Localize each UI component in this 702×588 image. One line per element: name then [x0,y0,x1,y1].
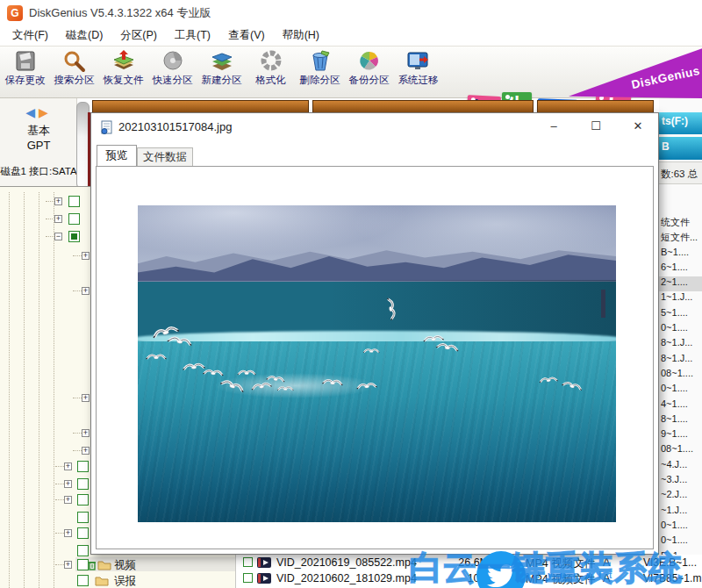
file-row[interactable]: VID_20210619_085522.mp4 26.6M MP4 视频文件 A… [236,556,702,570]
tree-expand-icon[interactable]: + [64,480,72,488]
tree-guide-line [9,192,10,588]
short-name-cell[interactable]: 0~1.... [659,520,702,534]
short-name-cell[interactable]: 短文件... [659,231,702,246]
short-name-cell[interactable]: ~4.J... [659,459,702,474]
file-type: MP4 视频文件 [526,572,595,587]
menu-item-0[interactable]: 文件(F) [7,26,54,45]
tree-checkbox[interactable] [77,545,89,556]
short-name-cell[interactable]: ~3.J... [659,474,702,489]
file-row[interactable]: VID_20210602_181029.mp4 103. MP4 视频文件 A … [236,571,702,586]
tree-checkbox[interactable] [68,196,80,207]
short-name-cell[interactable]: 5~1.... [659,307,702,322]
tree-expand-icon[interactable]: + [82,429,90,437]
short-name-cell[interactable]: 9~1.... [659,428,702,443]
menu-item-5[interactable]: 帮助(H) [277,26,325,45]
recover-file-icon [111,50,136,73]
disk-mode-line1: 基本 [0,123,77,139]
format-icon [259,50,283,73]
titlebar: G DiskGenius V5.4.3.1322 x64 专业版 [0,0,702,26]
folder-icon [97,559,111,570]
chevron-left-icon[interactable]: ◀ [25,105,39,119]
tree-connector [73,290,82,291]
tree-checkbox[interactable] [77,575,89,586]
quick-partition-button[interactable]: 快速分区 [148,48,197,97]
menu-item-3[interactable]: 工具(T) [169,26,216,45]
minimize-button[interactable]: – [539,113,569,140]
tree-checkbox[interactable] [68,213,80,225]
tree-expand-icon[interactable]: + [64,561,72,569]
short-name-cell[interactable]: 1~1.J... [659,291,702,306]
short-name-cell[interactable]: 0~1.... [659,322,702,337]
save-changes-button[interactable]: 保存更改 [1,48,49,97]
tree-item-label[interactable]: 视频 [114,558,136,573]
tree-checkbox[interactable] [77,478,89,490]
tree-connector [73,255,82,256]
tree-expand-icon[interactable]: + [54,215,62,223]
menu-item-2[interactable]: 分区(P) [115,26,162,45]
tree-expand-icon[interactable]: + [64,463,72,470]
maximize-button[interactable]: ☐ [581,113,611,140]
tree-connector [55,466,64,467]
short-name-cell[interactable]: 6~1.... [659,262,702,276]
photo-seagulls-sea [138,205,616,522]
short-name-cell[interactable]: 08~1.... [659,443,702,458]
delete-partition-button[interactable]: 删除分区 [296,48,344,97]
short-name-cell[interactable]: ~2.J... [659,489,702,504]
partition-box-size-fragment: B [659,137,702,160]
file-name: VID_20210619_085522.mp4 [276,556,417,569]
short-name-cell[interactable]: ~1.J... [659,505,702,520]
new-partition-button[interactable]: 新建分区 [197,48,246,97]
file-preview-icon [100,120,114,134]
file-checkbox[interactable] [243,573,253,583]
tab-file-data[interactable]: 文件数据 [137,147,193,166]
dialog-tabstrip: 预览 文件数据 文件头数据与类型相符。 [91,141,658,166]
file-checkbox[interactable] [243,557,253,567]
tree-checkbox[interactable] [77,512,89,523]
short-name-cell[interactable]: 8~1.J... [659,337,702,352]
tree-expand-icon[interactable]: + [82,394,90,402]
tab-preview[interactable]: 预览 [97,145,137,166]
format-button[interactable]: 格式化 [247,48,295,97]
tree-checkbox[interactable] [77,494,89,506]
menu-item-4[interactable]: 查看(V) [223,26,270,45]
recycle-trash-icon [88,560,97,570]
tree-expand-icon[interactable]: + [82,447,90,455]
tree-checkbox[interactable] [68,231,80,242]
file-short-name: VI3E.B~1... [643,556,697,569]
recover-file-button[interactable]: 恢复文件 [99,48,147,97]
close-button[interactable]: ✕ [623,113,653,140]
save-icon [13,50,38,73]
short-name-cell[interactable]: 4~1.... [659,398,702,413]
chevron-right-icon[interactable]: ▶ [39,105,52,119]
tree-guide-line [24,192,25,588]
tree-checkbox[interactable] [77,527,89,539]
tree-expand-icon[interactable]: + [64,529,72,537]
tree-item-label[interactable]: 误报 [114,574,136,588]
short-name-cell[interactable]: 统文件 [659,216,702,231]
short-name-cell[interactable]: 8~1.J... [659,353,702,368]
file-panel-right-sliver: ts(F:) B 数:63 总 统文件短文件...B~1....6~1....2… [659,98,702,588]
tree-expand-icon[interactable]: + [82,252,90,260]
short-name-column: 统文件短文件...B~1....6~1....2~1....1~1.J...5~… [659,216,702,565]
short-name-cell[interactable]: B~1.... [659,247,702,262]
migrate-system-button[interactable]: 系统迁移 [394,48,442,97]
menu-item-1[interactable]: 磁盘(D) [61,26,108,45]
tree-checkbox[interactable] [77,461,89,472]
tree-expand-icon[interactable]: + [54,197,62,205]
tree-expand-icon[interactable]: + [82,287,90,295]
short-name-cell[interactable]: 0~1.... [659,534,702,549]
tree-expand-icon[interactable]: + [64,496,72,504]
disk-nav-arrows[interactable]: ◀▶ [0,105,77,119]
short-name-cell[interactable]: 08~1.... [659,368,702,383]
preview-dialog: 202103101517084.jpg – ☐ ✕ 预览 文件数据 文件头数据与… [90,112,659,555]
search-icon [62,50,87,73]
partition-box-f[interactable]: ts(F:) [659,112,702,134]
short-name-cell[interactable]: 0~1.... [659,383,702,398]
short-name-cell[interactable]: 2~1.... [659,276,702,291]
search-partition-button[interactable]: 搜索分区 [50,48,98,97]
dialog-titlebar[interactable]: 202103101517084.jpg – ☐ ✕ [91,113,658,141]
tree-collapse-icon[interactable]: − [54,233,62,240]
short-name-cell[interactable]: 8~1.... [659,413,702,428]
tree-connector [73,398,82,398]
backup-partition-button[interactable]: 备份分区 [345,48,393,97]
